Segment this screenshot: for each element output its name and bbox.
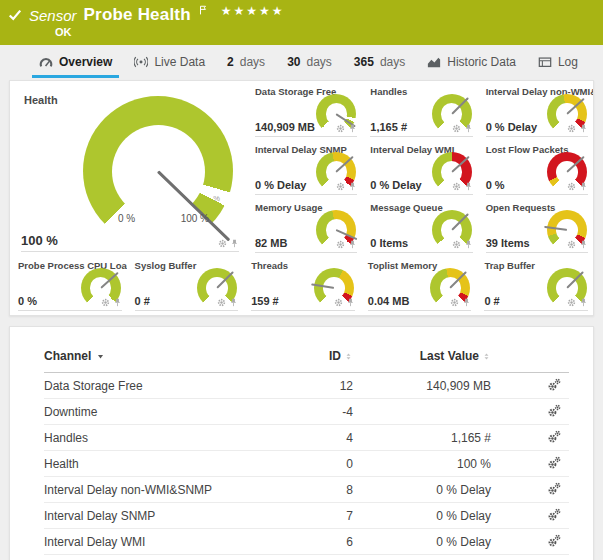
tab-live-data[interactable]: Live Data xyxy=(131,45,208,78)
table-row[interactable]: Downtime -4 xyxy=(44,399,569,425)
gear-icon[interactable] xyxy=(334,298,343,307)
tab-historic-data[interactable]: Historic Data xyxy=(424,45,519,78)
gear-icon[interactable] xyxy=(217,298,226,307)
channel-settings-icon[interactable] xyxy=(548,430,561,443)
gauge-cell: Probe Process CPU Load 0 % xyxy=(10,255,127,313)
gauge-cell: Interval Delay WMI 0 % Delay xyxy=(362,139,477,197)
table-row[interactable]: Interval Delay WMI 6 0 % Delay xyxy=(44,529,569,555)
health-gauge-panel: Health 0 % 100 % % 100 % xyxy=(10,81,247,255)
column-header-last-value[interactable]: Last Value xyxy=(359,349,499,363)
gear-icon[interactable] xyxy=(567,240,576,249)
gauge-cell: Toplist Memory 0.04 MB xyxy=(360,255,477,313)
pin-icon[interactable] xyxy=(230,239,239,248)
gauge-cell: Open Requests 39 Items xyxy=(478,197,593,255)
pin-icon[interactable] xyxy=(346,298,355,307)
channel-id: 0 xyxy=(269,457,359,471)
channel-settings-icon[interactable] xyxy=(548,378,561,391)
channel-name: Downtime xyxy=(44,405,269,419)
column-header-channel[interactable]: Channel xyxy=(44,349,269,363)
gauge-value: 100 % xyxy=(21,233,58,248)
pin-icon[interactable] xyxy=(229,298,238,307)
gauge-value: 0 % Delay xyxy=(255,179,306,191)
gear-icon[interactable] xyxy=(452,182,461,191)
gauge-cell: Interval Delay SNMP 0 % Delay xyxy=(247,139,362,197)
gear-icon[interactable] xyxy=(336,124,345,133)
pin-icon[interactable] xyxy=(113,298,122,307)
channel-last-value: 140,909 MB xyxy=(359,379,499,393)
channel-last-value: 1,165 # xyxy=(359,431,499,445)
gear-icon[interactable] xyxy=(567,182,576,191)
table-row[interactable]: Lost Flow Packets 10 0 % xyxy=(44,555,569,560)
gear-icon[interactable] xyxy=(336,240,345,249)
channel-settings-icon[interactable] xyxy=(548,534,561,547)
pin-icon[interactable] xyxy=(579,240,588,249)
gauge-cell: Message Queue 0 Items xyxy=(362,197,477,255)
priority-stars[interactable]: ★★★★★ xyxy=(221,4,285,18)
gauge-value: 0 # xyxy=(135,295,150,307)
table-row[interactable]: Interval Delay SNMP 7 0 % Delay xyxy=(44,503,569,529)
channel-id: 4 xyxy=(269,431,359,445)
gauge-value: 39 Items xyxy=(486,237,530,249)
table-row[interactable]: Interval Delay non-WMI&SNMP 8 0 % Delay xyxy=(44,477,569,503)
pin-icon[interactable] xyxy=(348,240,357,249)
gauge-cell: Trap Buffer 0 # xyxy=(476,255,593,313)
tab-2-days[interactable]: 2 days xyxy=(224,45,268,78)
gauge-scale-min: 0 % xyxy=(118,213,135,224)
channel-last-value: 100 % xyxy=(359,457,499,471)
tab-overview[interactable]: Overview xyxy=(36,45,115,78)
channel-settings-icon[interactable] xyxy=(548,482,561,495)
pin-icon[interactable] xyxy=(462,298,471,307)
channel-id: 7 xyxy=(269,509,359,523)
channel-settings-icon[interactable] xyxy=(548,404,561,417)
gauge-value: 0 % xyxy=(486,179,505,191)
table-row[interactable]: Handles 4 1,165 # xyxy=(44,425,569,451)
gear-icon[interactable] xyxy=(452,124,461,133)
pin-icon[interactable] xyxy=(464,240,473,249)
channel-name: Handles xyxy=(44,431,269,445)
tab-label: days xyxy=(306,55,331,69)
pin-icon[interactable] xyxy=(464,124,473,133)
gauge-title: Health xyxy=(21,90,58,106)
column-label: Channel xyxy=(44,349,91,363)
gauge-value: 0 Items xyxy=(370,237,408,249)
gauge-cell: Threads 159 # xyxy=(243,255,360,313)
gear-icon[interactable] xyxy=(336,182,345,191)
pin-icon[interactable] xyxy=(348,124,357,133)
table-row[interactable]: Data Storage Free 12 140,909 MB xyxy=(44,373,569,399)
tab-label: Live Data xyxy=(154,55,205,69)
gauges-panel: Health 0 % 100 % % 100 % Data Storage Fr… xyxy=(9,80,594,316)
column-header-id[interactable]: ID xyxy=(269,349,359,363)
gear-icon[interactable] xyxy=(218,239,227,248)
gauge-cell: Data Storage Free 140,909 MB xyxy=(247,81,362,139)
object-kind-label: Sensor xyxy=(29,7,77,24)
channel-settings-icon[interactable] xyxy=(548,456,561,469)
gauge-value: 1,165 # xyxy=(370,121,407,133)
gauge-value: 0 % Delay xyxy=(486,121,537,133)
tab-label: days xyxy=(240,55,265,69)
flag-icon[interactable] xyxy=(198,5,208,15)
tab-label: Historic Data xyxy=(447,55,516,69)
pin-icon[interactable] xyxy=(579,124,588,133)
gear-icon[interactable] xyxy=(452,240,461,249)
channel-id: 6 xyxy=(269,535,359,549)
tab-label: Log xyxy=(558,55,578,69)
channel-name: Interval Delay non-WMI&SNMP xyxy=(44,483,269,497)
gear-icon[interactable] xyxy=(567,298,576,307)
gear-icon[interactable] xyxy=(567,124,576,133)
pin-icon[interactable] xyxy=(464,182,473,191)
pin-icon[interactable] xyxy=(579,298,588,307)
pin-icon[interactable] xyxy=(348,182,357,191)
small-gauges-grid: Data Storage Free 140,909 MB Handles 1,1… xyxy=(247,81,593,255)
gauge-icon xyxy=(39,55,53,69)
table-row[interactable]: Health 0 100 % xyxy=(44,451,569,477)
channel-name: Health xyxy=(44,457,269,471)
channel-settings-icon[interactable] xyxy=(548,508,561,521)
tab-365-days[interactable]: 365 days xyxy=(351,45,408,78)
gear-icon[interactable] xyxy=(101,298,110,307)
pin-icon[interactable] xyxy=(579,182,588,191)
gauge-value: 0 # xyxy=(484,295,499,307)
tab-log[interactable]: Log xyxy=(535,45,581,78)
gear-icon[interactable] xyxy=(450,298,459,307)
channel-name: Interval Delay SNMP xyxy=(44,509,269,523)
tab-30-days[interactable]: 30 days xyxy=(284,45,335,78)
